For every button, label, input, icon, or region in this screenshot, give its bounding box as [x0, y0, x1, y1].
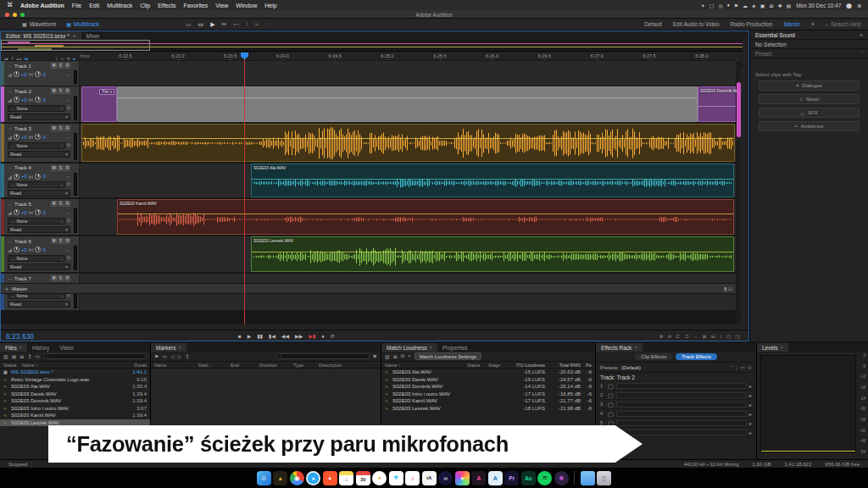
transport-button[interactable]: ◀◀ [281, 333, 289, 339]
menubar-clock[interactable]: Mon 30 Dec 10:47 [796, 3, 841, 8]
power-icon[interactable]: ◯ [608, 383, 614, 389]
delete-preset-icon[interactable]: ▭ [740, 364, 745, 370]
track-name[interactable]: Track 3 [14, 126, 31, 131]
volume-value[interactable]: +0 [21, 174, 27, 179]
status-icon[interactable]: ⚑ [734, 3, 738, 8]
preset-select[interactable]: (Default) [621, 365, 728, 370]
input-routing-select[interactable]: →None› [8, 218, 65, 225]
markers-toolbar-icon[interactable]: ▷ [178, 353, 182, 359]
track-lane[interactable] [79, 86, 737, 122]
automation-mode-select[interactable]: Read▾ [8, 226, 70, 233]
overview-visible-range[interactable] [1, 40, 150, 51]
status-icon[interactable]: ▢ [709, 3, 715, 8]
loudness-toolbar-icon[interactable]: ◖ [408, 353, 411, 359]
mute-button[interactable]: M [51, 275, 57, 281]
record-arm-button[interactable]: R [64, 238, 70, 244]
status-icon[interactable]: ▤ [786, 3, 791, 8]
app-menu[interactable]: Adobe Audition [20, 3, 64, 8]
tool-icon[interactable]: ▭ [198, 21, 204, 28]
status-icon[interactable]: ◈ [752, 3, 756, 8]
zoom-tool-button[interactable]: ↕ [720, 334, 722, 339]
files-toolbar-icon[interactable]: ▤ [12, 353, 17, 359]
loudness-row[interactable]: ∿ S02E03 Kamil.WAV -17 LUFS -21,77 dB -6 [381, 397, 595, 405]
tab-effects-rack[interactable]: Effects Rack× [596, 343, 643, 352]
tool-icon[interactable]: ◌ [265, 21, 269, 28]
effect-slot-empty[interactable] [616, 383, 747, 389]
dock-icon[interactable]: ≡ [339, 471, 353, 485]
monitor-icon[interactable]: ⧉ [67, 255, 70, 261]
loudness-row[interactable]: ∿ S02E03 Darek.WAV -19 LUFS -24,57 dB -6 [381, 376, 595, 384]
volume-value[interactable]: +0 [21, 72, 27, 77]
master-track[interactable]: ▸ Master ▮ ⊡ [1, 283, 737, 294]
notification-center-icon[interactable]: ≣ [857, 3, 861, 8]
tab-video[interactable]: Video [54, 343, 79, 352]
clip-effects-button[interactable]: Clip Effects [635, 353, 672, 360]
power-icon[interactable]: ◯ [608, 420, 614, 426]
volume-knob[interactable] [14, 174, 19, 180]
track-name[interactable]: Track 4 [14, 165, 31, 170]
vertical-scrollbar[interactable] [736, 60, 741, 324]
dock-icon[interactable]: ◉ [290, 471, 304, 485]
zoom-tool-button[interactable]: ◳ [735, 333, 740, 339]
volume-knob[interactable] [14, 71, 19, 77]
transport-button[interactable]: ▶▶ [295, 333, 303, 339]
solo-button[interactable]: S [58, 63, 64, 69]
dock-icon[interactable]: iA [422, 471, 437, 485]
file-row[interactable]: ∿ S02E03 Kamil.WAV 1:39.4 [0, 412, 150, 419]
column-status[interactable]: Status [467, 363, 488, 368]
file-row[interactable]: ∿ S02E03 Darek.WAV 1:39.4 [0, 391, 150, 398]
column-name[interactable]: Name ↑ [22, 363, 134, 368]
track-lane[interactable] [79, 164, 737, 197]
loudness-row[interactable]: ∿ S02E03 Ala.WAV -15 LUFS -20,63 dB -6 [381, 369, 595, 376]
markers-toolbar-icon[interactable]: ▭ [162, 353, 167, 359]
volume-value[interactable]: +0 [21, 135, 27, 140]
menu-item[interactable]: Clip [140, 3, 150, 8]
apple-menu-icon[interactable]: ⌘ [7, 2, 13, 8]
files-toolbar-icon[interactable]: ↥ [27, 353, 31, 359]
slot-arrow-icon[interactable]: ▸ [749, 392, 752, 398]
zoom-tool-button[interactable]: ⊐ [685, 333, 689, 339]
status-icon[interactable]: ♦ [727, 3, 730, 8]
power-icon[interactable]: ◯ [608, 402, 614, 408]
column-status[interactable]: Status [3, 363, 22, 368]
tab-markers[interactable]: Markers× [151, 343, 186, 352]
essential-sound-tag-button[interactable]: ◇ SFX [759, 108, 860, 118]
dock-icon[interactable]: 30 [356, 471, 370, 485]
workspace-button[interactable]: Edit Audio to Video [673, 21, 720, 27]
tool-icon[interactable]: ✂ [222, 21, 227, 28]
essential-sound-tag-button[interactable]: ❝ Dialogue [759, 80, 860, 91]
zoom-tool-button[interactable]: ⊞ [703, 333, 707, 339]
pan-value[interactable]: 0 [42, 135, 45, 140]
user-icon[interactable]: ⬤ [846, 3, 852, 8]
column-name[interactable]: Name ↑ [385, 363, 467, 368]
loudness-toolbar-icon[interactable]: ▥ [385, 353, 390, 359]
dock-icon[interactable]: ✤ [389, 471, 403, 485]
dock-icon[interactable]: ≋ [537, 471, 552, 485]
pan-value[interactable]: 0 [42, 72, 45, 77]
slot-arrow-icon[interactable]: ▸ [749, 430, 752, 435]
workspace-overflow-icon[interactable]: » [811, 21, 815, 27]
tab-properties[interactable]: Properties [437, 343, 473, 352]
markers-toolbar-icon[interactable]: ⚑ [154, 353, 159, 359]
track-name[interactable]: Track 5 [14, 202, 31, 207]
volume-knob[interactable] [14, 97, 19, 103]
mute-button[interactable]: M [51, 63, 57, 69]
record-arm-button[interactable]: R [64, 125, 70, 131]
tool-icon[interactable]: ⊷ [233, 21, 239, 28]
automation-mode-select[interactable]: Read▾ [8, 114, 70, 120]
session-overview-strip[interactable] [1, 40, 743, 52]
menu-item[interactable]: Favorites [183, 3, 208, 8]
automation-mode-select[interactable]: Read▾ [8, 151, 70, 158]
dock-icon[interactable]: Pr [504, 471, 519, 485]
status-icon[interactable]: ✚ [777, 3, 782, 8]
track-name[interactable]: Track 2 [14, 89, 31, 94]
input-routing-select[interactable]: →None› [8, 142, 65, 149]
pan-value[interactable]: 0 [42, 210, 45, 215]
tab-files[interactable]: Files× [0, 343, 27, 352]
markers-search-input[interactable]: ⌕ [276, 353, 370, 359]
workspace-button-active[interactable]: Marcin [783, 21, 800, 27]
effect-slot[interactable]: 3 ◯ ▸ [596, 400, 756, 409]
add-marker-icon[interactable]: ⚑ [373, 353, 377, 359]
pan-knob[interactable] [35, 174, 41, 180]
tool-icon[interactable]: ▶ [210, 21, 214, 28]
